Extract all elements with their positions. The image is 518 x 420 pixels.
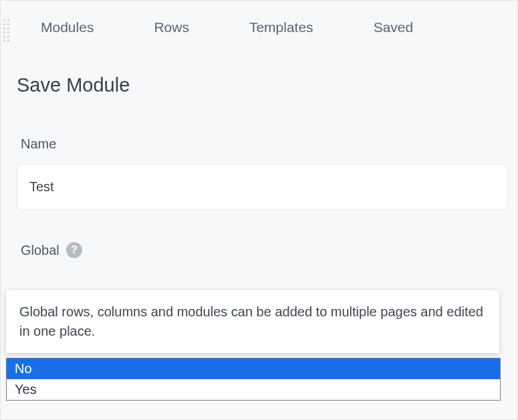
help-icon[interactable]: ? bbox=[66, 242, 82, 258]
global-label-row: Global ? bbox=[21, 242, 509, 258]
global-label: Global bbox=[21, 243, 59, 258]
tab-bar: Modules Rows Templates Saved bbox=[1, 1, 517, 47]
tab-modules[interactable]: Modules bbox=[41, 19, 94, 47]
tab-templates[interactable]: Templates bbox=[249, 19, 313, 47]
save-module-panel: Modules Rows Templates Saved Save Module… bbox=[0, 0, 518, 420]
drag-handle-icon[interactable] bbox=[3, 19, 9, 41]
page-title: Save Module bbox=[1, 47, 517, 96]
tab-rows[interactable]: Rows bbox=[154, 19, 189, 47]
global-dropdown[interactable]: No Yes bbox=[6, 358, 501, 401]
global-tooltip: Global rows, columns and modules can be … bbox=[6, 290, 499, 353]
name-input[interactable] bbox=[17, 164, 508, 210]
global-option-yes[interactable]: Yes bbox=[7, 379, 500, 400]
name-label: Name bbox=[21, 136, 509, 152]
global-option-no[interactable]: No bbox=[7, 358, 500, 379]
global-section: Global ? bbox=[17, 242, 509, 258]
tab-saved[interactable]: Saved bbox=[374, 19, 414, 47]
save-module-form: Name Global ? bbox=[1, 96, 517, 258]
